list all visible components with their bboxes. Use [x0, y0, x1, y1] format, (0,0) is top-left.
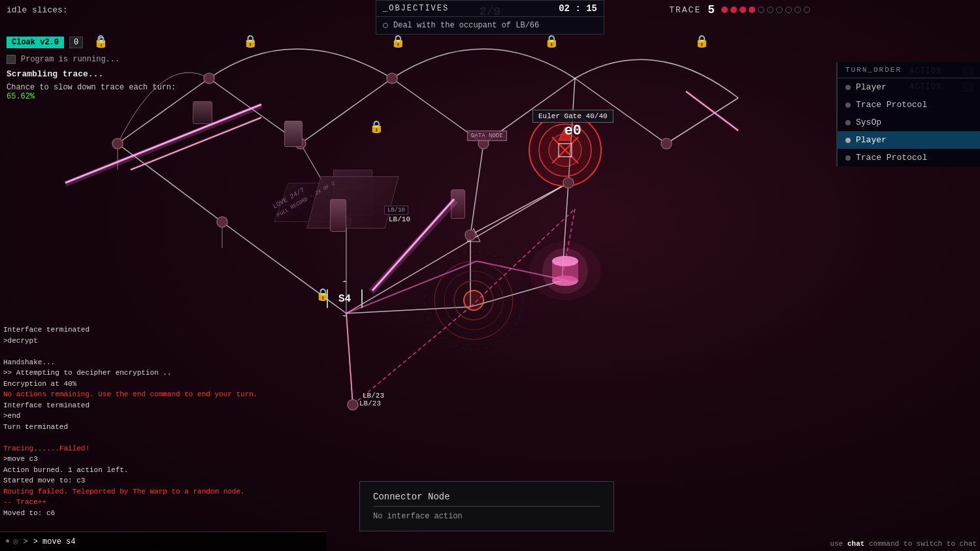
svg-line-28 — [686, 91, 738, 131]
svg-line-29 — [470, 183, 568, 235]
svg-point-46 — [112, 138, 123, 149]
circle-icon: ◎ — [13, 537, 18, 546]
log-13: >move c3 — [3, 454, 265, 465]
turn-dot-5 — [845, 155, 851, 161]
trace-dot-2 — [730, 7, 737, 13]
svg-point-54 — [465, 230, 476, 240]
trace-dot-10 — [804, 7, 810, 13]
cloak-value: 0 — [69, 37, 83, 48]
turn-name-2: Trace Protocol — [856, 100, 927, 110]
log-2: >decrypt — [3, 336, 265, 347]
euler-gate-id: e0 — [532, 123, 613, 139]
lock-field-6: 🔒 — [369, 119, 384, 134]
s4-node[interactable]: S4 — [327, 281, 363, 317]
log-10: Turn terminated — [3, 422, 265, 433]
svg-point-56 — [348, 400, 358, 410]
objectives-body: Deal with the occupant of LB/66 — [376, 17, 604, 34]
connector-title: Connector Node — [373, 492, 600, 502]
idle-slices-label: idle slices: — [7, 5, 68, 15]
log-16: Routing failed. Teleported by The Warp t… — [3, 486, 265, 497]
objectives-header: _OBJECTIVES 02 : 15 — [376, 1, 604, 17]
turn-dot-2 — [845, 102, 851, 108]
turn-dot-3 — [845, 120, 851, 125]
chance-value: 65.62% — [7, 92, 35, 101]
svg-line-2 — [301, 78, 392, 144]
lock-field-2: 🔒 — [243, 34, 257, 48]
s4-label: S4 — [338, 293, 351, 305]
turn-name-3: SysOp — [856, 118, 881, 127]
chat-hint-use: use — [830, 540, 843, 548]
program-text: Program is running... — [21, 55, 120, 64]
turn-dot-1 — [845, 85, 851, 90]
turn-item-3: SysOp — [838, 114, 980, 131]
objective-text: Deal with the occupant of LB/66 — [393, 21, 539, 30]
lb23-label: LB/23 — [363, 392, 384, 400]
trace-dot-5 — [758, 7, 764, 13]
svg-line-7 — [118, 144, 222, 222]
lock-field-4: 🔒 — [544, 34, 559, 48]
log-1: Interface terminated — [3, 324, 265, 336]
node-pillar-2 — [193, 101, 212, 124]
turn-order-panel: TURN_ORDER Player Trace Protocol SysOp P… — [836, 62, 980, 166]
turn-name-1: Player — [856, 82, 887, 92]
lock-field-5: 🔒 — [694, 34, 709, 48]
input-arrow: > — [23, 537, 27, 546]
trace-dot-4 — [749, 7, 755, 13]
log-8: Interface terminated — [3, 400, 265, 411]
svg-line-16 — [346, 307, 470, 313]
log-11 — [3, 432, 265, 443]
objective-item: Deal with the occupant of LB/66 — [383, 21, 597, 30]
log-5: >> Attempting to decipher encryption .. — [3, 368, 265, 379]
lb23-node-label: LB/23 — [359, 400, 381, 407]
svg-line-18 — [353, 307, 470, 405]
turn-item-5: Trace Protocol — [838, 149, 980, 166]
trace-panel: TRACE 5 — [669, 3, 810, 16]
log-17: -- Trace++ — [3, 497, 265, 508]
log-6: Encryption at 40% — [3, 379, 265, 390]
node-pillar-3 — [330, 199, 346, 232]
trace-number: 5 — [708, 3, 715, 16]
chat-hint: use chat command to switch to chat — [830, 540, 977, 548]
connector-description: No interface action — [373, 512, 600, 521]
chat-keyword: chat — [847, 540, 864, 548]
turn-name-5: Trace Protocol — [856, 153, 927, 163]
objectives-timer: 02 : 15 — [559, 3, 597, 14]
svg-line-24 — [131, 118, 261, 170]
log-18: Moved to: c6 — [3, 508, 265, 519]
svg-point-35 — [464, 291, 483, 310]
svg-point-61 — [529, 242, 601, 300]
connector-divider — [373, 506, 600, 507]
s4-hexagon-shape: S4 — [327, 281, 363, 317]
data-node-label: DATA NODE — [467, 131, 507, 141]
svg-line-12 — [470, 144, 483, 235]
objectives-panel: _OBJECTIVES 02 : 15 Deal with the occupa… — [376, 0, 604, 35]
lock-icon: 🔒 — [95, 36, 108, 49]
euler-gate-label: Euler Gate 40/40 — [532, 110, 613, 123]
svg-point-51 — [661, 138, 672, 149]
svg-line-26 — [346, 313, 353, 405]
turn-dot-4 — [845, 138, 851, 143]
turn-item-1: Player — [838, 78, 980, 96]
log-7: No actions remaining. Use the end comman… — [3, 389, 265, 400]
trace-dot-7 — [776, 7, 783, 13]
log-9: >end — [3, 411, 265, 422]
chance-text: Chance to slow down trace each turn: 65.… — [0, 82, 209, 102]
turn-order-header: TURN_ORDER — [838, 62, 980, 78]
program-checkbox — [7, 55, 16, 64]
bottom-input[interactable]: ● ◎ > > move s4 — [0, 531, 327, 551]
eye-icon: ● — [5, 537, 10, 546]
trace-dot-9 — [794, 7, 801, 13]
lock-field-3: 🔒 — [391, 34, 405, 48]
program-running: Program is running... — [0, 52, 209, 67]
left-panel: Cloak v2.0 0 🔒 Program is running... Scr… — [0, 33, 209, 102]
lb10-label: LB/10 — [389, 215, 410, 223]
node-pillar-4 — [451, 189, 465, 219]
log-14: Action burned. 1 action left. — [3, 465, 265, 476]
cloak-label: Cloak v2.0 — [7, 37, 64, 48]
log-3 — [3, 346, 265, 357]
scrambling-text: Scrambling trace... — [0, 67, 209, 82]
svg-point-55 — [563, 178, 574, 188]
svg-point-52 — [217, 217, 227, 227]
idle-slices-panel: idle slices: — [7, 5, 68, 15]
euler-gate: Euler Gate 40/40 e0 — [532, 110, 613, 139]
